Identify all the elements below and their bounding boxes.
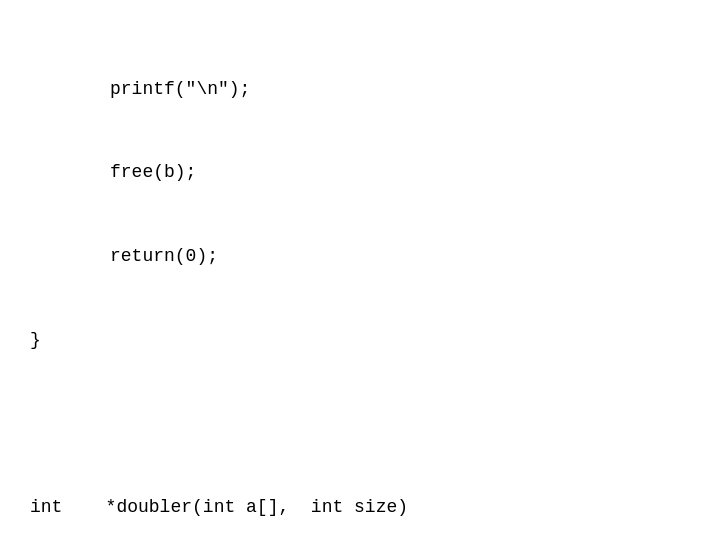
- code-text: [30, 410, 41, 438]
- code-line-3: return(0);: [30, 243, 542, 271]
- code-line-4: }: [30, 327, 542, 355]
- code-line-6: int *doubler(int a[], int size): [30, 494, 542, 522]
- code-text: int *doubler(int a[], int size): [30, 494, 408, 522]
- code-text: free(b);: [110, 159, 196, 187]
- indent: [30, 76, 110, 104]
- code-text: printf("\n");: [110, 76, 250, 104]
- indent: [30, 159, 110, 187]
- code-text: return(0);: [110, 243, 218, 271]
- indent: [30, 243, 110, 271]
- code-line-1: printf("\n");: [30, 76, 542, 104]
- code-line-5: [30, 410, 542, 438]
- code-block: printf("\n"); free(b); return(0); } int …: [0, 0, 572, 540]
- code-text: }: [30, 327, 41, 355]
- code-line-2: free(b);: [30, 159, 542, 187]
